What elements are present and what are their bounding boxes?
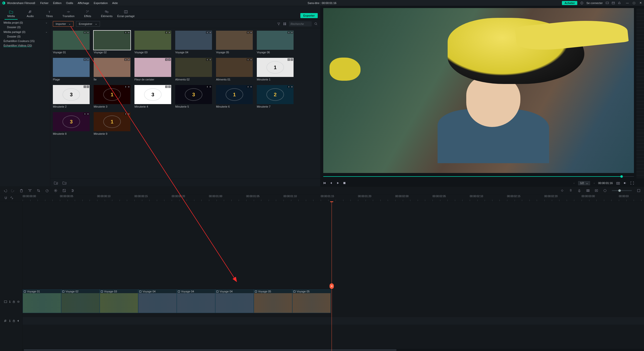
menu-edition[interactable]: Édition	[53, 2, 62, 5]
mixer-icon[interactable]	[586, 189, 590, 192]
audio-track-lane[interactable]	[23, 317, 644, 325]
media-item[interactable]: ⬇⊞Plage	[53, 58, 90, 82]
sidebar-item-dossier-1[interactable]: Dossier (0)	[0, 25, 50, 29]
add-icon[interactable]: ⊞	[250, 58, 252, 61]
playhead-cut-badge[interactable]: ✕	[330, 283, 334, 289]
add-icon[interactable]: ⊞	[168, 58, 171, 61]
eye-icon[interactable]	[17, 300, 20, 303]
zoom-to-fit-icon[interactable]	[637, 189, 640, 192]
window-maximize-button[interactable]: ▢	[632, 1, 635, 5]
tab-media[interactable]: Média	[2, 10, 21, 19]
media-item[interactable]: ⬇⊞Île	[94, 58, 130, 82]
add-icon[interactable]: ⊞	[127, 113, 130, 115]
step-back-button[interactable]	[330, 182, 333, 185]
search-input[interactable]: Recherche	[289, 21, 312, 26]
undo-button[interactable]	[4, 189, 7, 192]
timeline-clip[interactable]: Voyage 05	[254, 289, 292, 313]
add-icon[interactable]: ⊞	[250, 85, 252, 88]
mail-icon[interactable]	[612, 2, 615, 5]
redo-button[interactable]	[11, 189, 15, 192]
split-button[interactable]	[28, 189, 32, 192]
filter-icon[interactable]	[277, 22, 280, 26]
media-item[interactable]: 2⬇⊞Minuterie 7	[257, 85, 294, 109]
menu-exportation[interactable]: Exportation	[94, 2, 108, 5]
menu-aide[interactable]: Aide	[112, 2, 118, 5]
playhead-handle[interactable]	[330, 201, 333, 202]
timeline-clip[interactable]: Voyage 03	[100, 289, 138, 313]
delete-button[interactable]	[20, 189, 23, 192]
add-icon[interactable]: ⊞	[168, 31, 171, 34]
login-link[interactable]: Se connecter	[586, 2, 603, 5]
media-item[interactable]: 1⬇⊞Minuterie 3	[94, 85, 130, 109]
tab-transition[interactable]: Transition	[59, 10, 78, 19]
link-icon[interactable]	[10, 196, 14, 200]
speaker-icon[interactable]	[17, 320, 20, 322]
bell-icon[interactable]	[618, 2, 621, 5]
mic-icon[interactable]	[578, 189, 581, 192]
marker-icon[interactable]	[569, 189, 573, 192]
add-icon[interactable]: ⊞	[291, 31, 293, 34]
volume-icon[interactable]	[623, 182, 627, 185]
media-item[interactable]: ⬇⊞Voyage 04	[175, 31, 212, 55]
buy-button[interactable]: Acheter	[562, 1, 577, 5]
message-icon[interactable]	[606, 2, 609, 5]
menu-affichage[interactable]: Affichage	[78, 2, 89, 5]
menu-fichier[interactable]: Fichier	[40, 2, 49, 5]
media-item[interactable]: 1⬇⊞Minuterie 6	[216, 85, 253, 109]
media-item[interactable]: 3⬇⊞Minuterie 8	[53, 112, 90, 136]
media-item[interactable]: ⬇⊞Voyage 01	[53, 31, 90, 55]
media-item[interactable]: 3⬇⊞Minuterie 2	[53, 85, 90, 109]
preview-scrubber[interactable]	[323, 174, 634, 179]
tab-ecran-partage[interactable]: Écran partagé	[116, 10, 135, 19]
import-button[interactable]: Importer ⌄	[53, 21, 74, 27]
window-close-button[interactable]: ✕	[639, 1, 642, 5]
prev-frame-button[interactable]	[323, 182, 326, 185]
fullscreen-icon[interactable]	[630, 182, 634, 185]
timeline-clip[interactable]: Voyage 04	[215, 289, 254, 313]
add-icon[interactable]: ⊞	[87, 113, 89, 115]
playhead[interactable]: ✕	[332, 201, 332, 351]
add-icon[interactable]: ⊞	[87, 58, 89, 61]
export-button[interactable]: Exporter	[300, 13, 318, 18]
add-icon[interactable]: ⊞	[87, 85, 89, 88]
new-folder-icon[interactable]	[54, 181, 58, 185]
tab-titres[interactable]: T Titres	[40, 10, 59, 19]
next-point-button[interactable]: ›	[594, 182, 595, 185]
audio-track-label[interactable]: 1	[0, 317, 23, 325]
zoom-slider[interactable]	[612, 190, 632, 191]
media-item[interactable]: 3⬇⊞Minuterie 5	[175, 85, 212, 109]
adjust-button[interactable]	[71, 189, 75, 192]
media-item[interactable]: ⬇⊞Aliments 01	[216, 58, 253, 82]
grid-view-icon[interactable]	[283, 22, 287, 26]
add-icon[interactable]: ⊞	[291, 85, 293, 88]
add-icon[interactable]: ⊞	[87, 31, 89, 34]
sidebar-item-dossier-2[interactable]: Dossier (0)	[0, 34, 50, 39]
add-icon[interactable]: ⊞	[291, 58, 293, 61]
prev-point-button[interactable]: ‹	[574, 182, 575, 185]
media-item[interactable]: ⬇⊞Voyage 03	[134, 31, 171, 55]
timeline-scrollbar[interactable]	[23, 349, 644, 351]
tab-elements[interactable]: Éléments	[97, 10, 116, 19]
timeline-clip[interactable]: Voyage 05	[292, 289, 331, 313]
speed-button[interactable]	[45, 189, 49, 192]
add-icon[interactable]: ⊞	[209, 85, 211, 88]
add-icon[interactable]: ⊞	[250, 31, 252, 34]
render-icon[interactable]	[595, 189, 598, 192]
timeline-clip[interactable]: Voyage 02	[61, 289, 100, 313]
media-item[interactable]: ⬇⊞Voyage 05	[216, 31, 253, 55]
window-minimize-button[interactable]: —	[626, 1, 629, 5]
add-icon[interactable]: ⊞	[209, 31, 211, 34]
sidebar-item-media-projet[interactable]: Média projet (0)⌄	[0, 20, 50, 25]
stop-button[interactable]	[343, 182, 346, 185]
info-icon[interactable]: i	[580, 2, 583, 5]
green-screen-button[interactable]	[62, 189, 66, 192]
add-icon[interactable]: ⊞	[127, 85, 130, 88]
media-item[interactable]: ⬇⊞Fleur de cerisier	[134, 58, 171, 82]
media-item[interactable]: 1⬇⊞Minuterie 1	[257, 58, 294, 82]
magnet-icon[interactable]	[4, 196, 8, 200]
menu-outils[interactable]: Outils	[66, 2, 73, 5]
preview-viewport[interactable]	[323, 8, 634, 173]
crop-button[interactable]	[37, 189, 40, 192]
record-button[interactable]: Enregistrer ⌄	[76, 21, 100, 27]
tab-effets[interactable]: Effets	[78, 10, 97, 19]
